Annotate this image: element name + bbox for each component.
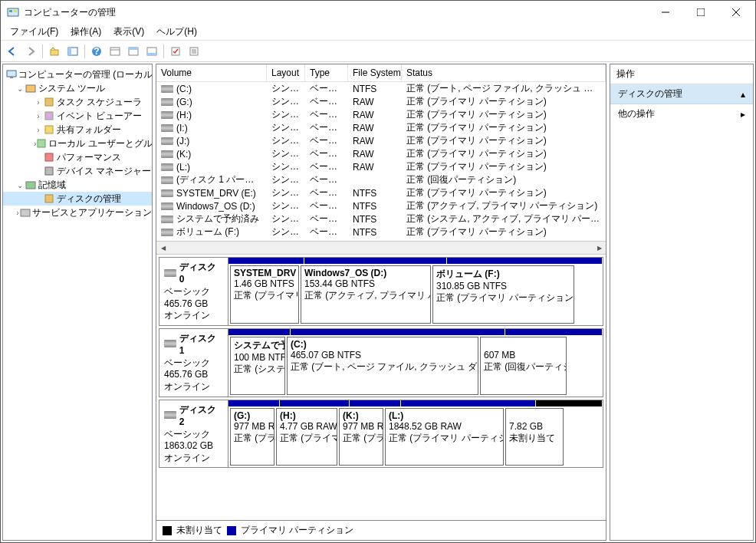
partition-title: (K:)	[343, 410, 380, 421]
disk-label: ディスク 1ベーシック465.76 GBオンライン	[159, 329, 228, 397]
view-top-button[interactable]	[125, 43, 142, 60]
volume-list[interactable]: (C:)シンプルベーシックNTFS正常 (ブート, ページ ファイル, クラッシ…	[156, 82, 606, 242]
tree-item[interactable]: デバイス マネージャー	[3, 164, 152, 178]
disk-row[interactable]: ディスク 0ベーシック465.76 GBオンラインSYSTEM_DRV (E1.…	[159, 257, 603, 326]
partition-status: 正常 (プライマリ パ	[234, 289, 295, 302]
volume-type: ベーシック	[305, 199, 348, 212]
volume-row[interactable]: (K:)シンプルベーシックRAW正常 (プライマリ パーティション)	[156, 147, 606, 160]
volume-status: 正常 (アクティブ, プライマリ パーティション)	[402, 199, 606, 212]
volume-row[interactable]: システムで予約済みシンプルベーシックNTFS正常 (システム, アクティブ, プ…	[156, 212, 606, 225]
expand-icon[interactable]: ›	[34, 126, 43, 134]
volume-row[interactable]: SYSTEM_DRV (E:)シンプルベーシックNTFS正常 (プライマリ パー…	[156, 186, 606, 199]
svg-rect-7	[51, 50, 58, 55]
volume-status: 正常 (プライマリ パーティション)	[402, 108, 606, 121]
disk-type: ベーシック	[164, 429, 223, 441]
partition[interactable]: SYSTEM_DRV (E1.46 GB NTFS正常 (プライマリ パ	[230, 265, 299, 324]
show-hide-tree-button[interactable]	[64, 43, 81, 60]
col-layout[interactable]: Layout	[267, 64, 305, 81]
folder-icon	[25, 82, 37, 94]
settings-button[interactable]	[167, 43, 184, 60]
partition[interactable]: 7.82 GB未割り当て	[505, 408, 564, 466]
volume-status: 正常 (プライマリ パーティション)	[402, 95, 606, 108]
volume-status: 正常 (プライマリ パーティション)	[402, 186, 606, 199]
tree-root[interactable]: コンピューターの管理 (ローカル)	[3, 67, 152, 81]
partition-title: Windows7_OS (D:)	[304, 268, 427, 278]
maximize-button[interactable]	[683, 1, 718, 24]
back-button[interactable]	[4, 43, 21, 60]
col-status[interactable]: Status	[402, 64, 606, 81]
partition[interactable]: Windows7_OS (D:)153.44 GB NTFS正常 (アクティブ,…	[301, 265, 431, 324]
scroll-right-button[interactable]: ▶	[593, 242, 606, 255]
partition[interactable]: (K:)977 MB RA正常 (プライ	[339, 408, 383, 466]
partition-size: 977 MB RA	[343, 421, 380, 432]
titlebar: コンピューターの管理	[1, 1, 755, 24]
expand-icon[interactable]: ⌄	[15, 181, 25, 189]
properties-button[interactable]	[186, 43, 202, 60]
help-button[interactable]: ?	[88, 43, 105, 60]
volume-row[interactable]: (I:)シンプルベーシックRAW正常 (プライマリ パーティション)	[156, 121, 606, 134]
tree-item[interactable]: パフォーマンス	[3, 150, 152, 164]
partition[interactable]: ボリューム (F:)310.85 GB NTFS正常 (プライマリ パーティショ…	[432, 265, 574, 324]
volume-row[interactable]: (L:)シンプルベーシックRAW正常 (プライマリ パーティション)	[156, 160, 606, 173]
col-volume[interactable]: Volume	[156, 64, 267, 81]
partition[interactable]: 607 MB正常 (回復パーティショ	[480, 337, 567, 395]
col-type[interactable]: Type	[305, 64, 348, 81]
menu-file[interactable]: ファイル(F)	[4, 24, 64, 40]
volume-fs: NTFS	[348, 84, 402, 94]
close-button[interactable]	[718, 1, 754, 24]
tree-group[interactable]: ›サービスとアプリケーション	[3, 206, 152, 219]
tree-item[interactable]: ›ローカル ユーザーとグループ	[3, 137, 152, 150]
col-fs[interactable]: File System	[348, 64, 402, 81]
tree-item[interactable]: ディスクの管理	[3, 192, 152, 206]
options-button[interactable]	[107, 43, 123, 60]
volume-row[interactable]: ボリューム (F:)シンプルベーシックNTFS正常 (プライマリ パーティション…	[156, 225, 606, 239]
partition-title: (G:)	[234, 410, 271, 421]
volume-row[interactable]: (C:)シンプルベーシックNTFS正常 (ブート, ページ ファイル, クラッシ…	[156, 82, 606, 95]
minimize-button[interactable]	[648, 1, 683, 24]
item-icon	[43, 165, 55, 177]
volume-row[interactable]: (J:)シンプルベーシックRAW正常 (プライマリ パーティション)	[156, 134, 606, 147]
tree-root-label: コンピューターの管理 (ローカル)	[18, 68, 153, 81]
tree-group[interactable]: ⌄記憶域	[3, 178, 152, 192]
horizontal-scrollbar[interactable]: ◀ ▶	[156, 242, 606, 255]
partition[interactable]: (H:)4.77 GB RAW正常 (プライマリ	[276, 408, 337, 466]
disk-row[interactable]: ディスク 1ベーシック465.76 GBオンラインシステムで予約100 MB N…	[159, 328, 603, 397]
volume-layout: シンプル	[267, 186, 305, 199]
expand-icon[interactable]: ›	[34, 98, 43, 107]
menu-action[interactable]: 操作(A)	[64, 24, 107, 40]
partition[interactable]: (C:)465.07 GB NTFS正常 (ブート, ページ ファイル, クラッ…	[287, 337, 478, 395]
svg-rect-33	[45, 195, 53, 202]
volume-icon	[161, 189, 173, 197]
menu-help[interactable]: ヘルプ(H)	[150, 24, 203, 40]
partition[interactable]: システムで予約100 MB NTFS正常 (システム	[230, 337, 285, 395]
item-icon	[36, 137, 47, 150]
tree-item[interactable]: ›共有フォルダー	[3, 123, 152, 137]
expand-icon[interactable]: ›	[34, 112, 43, 120]
volume-type: ベーシック	[305, 186, 348, 199]
volume-icon	[161, 202, 173, 210]
disk-type: ベーシック	[164, 286, 223, 298]
forward-button[interactable]	[22, 43, 39, 60]
tree-item[interactable]: ›イベント ビューアー	[3, 109, 152, 123]
menu-view[interactable]: 表示(V)	[107, 24, 150, 40]
actions-section-disk[interactable]: ディスクの管理 ▴	[610, 84, 753, 104]
volume-row[interactable]: Windows7_OS (D:)シンプルベーシックNTFS正常 (アクティブ, …	[156, 199, 606, 212]
tree-item[interactable]: ›タスク スケジューラ	[3, 95, 152, 109]
actions-other[interactable]: 他の操作 ▸	[610, 104, 753, 123]
disk-name: ディスク 2	[179, 403, 223, 427]
scroll-left-button[interactable]: ◀	[156, 242, 169, 255]
volume-row[interactable]: (H:)シンプルベーシックRAW正常 (プライマリ パーティション)	[156, 108, 606, 121]
up-button[interactable]	[46, 43, 63, 60]
partition-status: 正常 (プライマリ パーティション)	[436, 291, 570, 304]
expand-icon[interactable]: ⌄	[15, 84, 25, 93]
volume-icon	[161, 85, 173, 93]
tree-group[interactable]: ⌄システム ツール	[3, 81, 152, 95]
volume-row[interactable]: (ディスク 1 パーティション 3)シンプルベーシック正常 (回復パーティション…	[156, 173, 606, 186]
view-bottom-button[interactable]	[143, 43, 160, 60]
disk-graphic-area: ディスク 0ベーシック465.76 GBオンラインSYSTEM_DRV (E1.…	[156, 255, 606, 520]
volume-row[interactable]: (G:)シンプルベーシックRAW正常 (プライマリ パーティション)	[156, 95, 606, 108]
partition[interactable]: (G:)977 MB RA正常 (プライ	[230, 408, 274, 466]
partition[interactable]: (L:)1848.52 GB RAW正常 (プライマリ パーティション	[385, 408, 504, 466]
center-pane: Volume Layout Type File System Status (C…	[156, 64, 606, 541]
disk-row[interactable]: ディスク 2ベーシック1863.02 GBオンライン(G:)977 MB RA正…	[159, 400, 603, 469]
